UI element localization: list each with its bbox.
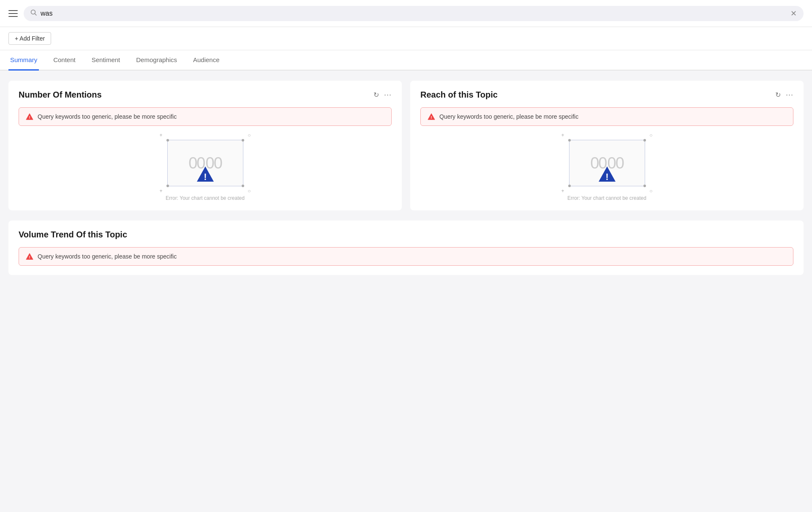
mentions-chart-error-text: Error: Your chart cannot be created <box>19 195 392 201</box>
decor-plus: ○ <box>649 132 652 138</box>
tab-sentiment[interactable]: Sentiment <box>90 50 122 71</box>
clear-icon[interactable]: ✕ <box>790 10 797 17</box>
mentions-chart-mock: 00 ! 00 <box>167 140 243 186</box>
search-input[interactable] <box>41 10 787 17</box>
volume-error-text: Query keywords too generic, please be mo… <box>38 253 177 260</box>
tab-content[interactable]: Content <box>52 50 77 71</box>
tab-demographics[interactable]: Demographics <box>134 50 179 71</box>
reach-refresh-icon[interactable]: ↻ <box>775 92 781 98</box>
svg-text:!: ! <box>204 172 207 182</box>
mentions-more-icon[interactable]: ··· <box>384 90 392 99</box>
mentions-warning-icon: ! <box>26 113 33 120</box>
svg-text:!: ! <box>431 115 432 120</box>
search-icon <box>30 9 37 18</box>
search-bar: ✕ <box>24 6 804 21</box>
mentions-card-header: Number Of Mentions ↻ ··· <box>19 90 392 100</box>
tab-summary[interactable]: Summary <box>8 50 39 71</box>
topbar: ✕ <box>0 0 812 27</box>
reach-chart-error-text: Error: Your chart cannot be created <box>420 195 793 201</box>
mentions-error-banner: ! Query keywords too generic, please be … <box>19 107 392 126</box>
svg-text:!: ! <box>29 115 30 120</box>
svg-line-1 <box>35 14 37 15</box>
svg-text:!: ! <box>605 172 608 182</box>
volume-error-banner: ! Query keywords too generic, please be … <box>19 247 793 266</box>
mentions-card: Number Of Mentions ↻ ··· ! Query keyword… <box>8 81 402 210</box>
volume-trend-card: Volume Trend Of this Topic ! Query keywo… <box>8 221 804 275</box>
decor-plus: + <box>160 188 163 194</box>
decor-plus: + <box>561 132 564 138</box>
reach-chart-area: + ○ + ○ 00 ! 00 <box>420 133 793 193</box>
reach-error-banner: ! Query keywords too generic, please be … <box>420 107 793 126</box>
decor-plus: + <box>160 132 163 138</box>
filterbar: + Add Filter <box>0 27 812 50</box>
add-filter-button[interactable]: + Add Filter <box>8 32 51 45</box>
reach-big-warning-icon: ! <box>598 165 616 183</box>
reach-card-actions: ↻ ··· <box>775 90 793 99</box>
mentions-error-text: Query keywords too generic, please be mo… <box>38 113 177 120</box>
reach-chart-mock: 00 ! 00 <box>569 140 645 186</box>
menu-button[interactable] <box>8 10 18 17</box>
volume-warning-icon: ! <box>26 253 33 260</box>
tabbar: Summary Content Sentiment Demographics A… <box>0 50 812 71</box>
cards-row: Number Of Mentions ↻ ··· ! Query keyword… <box>8 81 804 210</box>
volume-trend-title: Volume Trend Of this Topic <box>19 230 793 240</box>
decor-plus: ○ <box>248 132 251 138</box>
reach-error-text: Query keywords too generic, please be mo… <box>439 113 578 120</box>
svg-text:!: ! <box>29 255 30 259</box>
reach-more-icon[interactable]: ··· <box>786 90 793 99</box>
mentions-card-actions: ↻ ··· <box>373 90 392 99</box>
reach-card-title: Reach of this Topic <box>420 90 498 100</box>
main-content: Number Of Mentions ↻ ··· ! Query keyword… <box>0 71 812 512</box>
reach-card-header: Reach of this Topic ↻ ··· <box>420 90 793 100</box>
mentions-big-warning-icon: ! <box>196 165 215 183</box>
reach-card: Reach of this Topic ↻ ··· ! Query keywor… <box>410 81 804 210</box>
mentions-card-title: Number Of Mentions <box>19 90 102 100</box>
mentions-refresh-icon[interactable]: ↻ <box>373 92 379 98</box>
decor-plus: + <box>561 188 564 194</box>
mentions-chart-area: + ○ + ○ 00 ! 00 <box>19 133 392 193</box>
decor-plus: ○ <box>649 188 652 194</box>
tab-audience[interactable]: Audience <box>191 50 221 71</box>
decor-plus: ○ <box>248 188 251 194</box>
reach-warning-icon: ! <box>428 113 435 120</box>
